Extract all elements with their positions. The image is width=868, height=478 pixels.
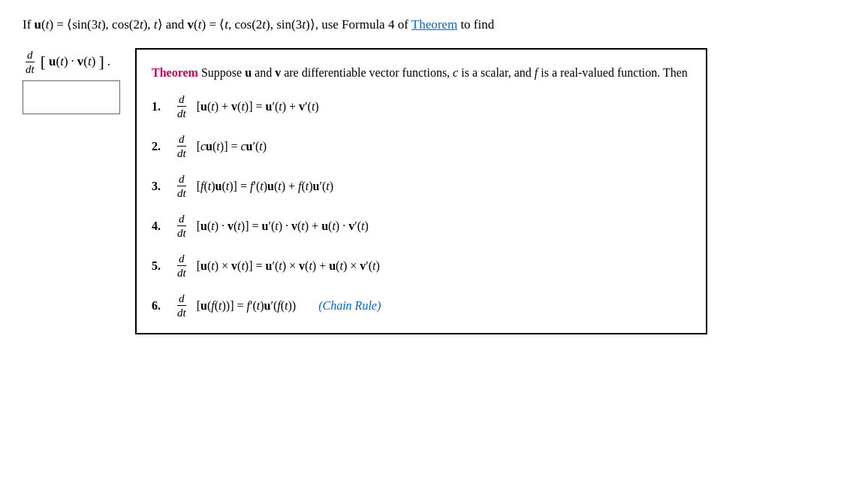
- theorem-title: Theorem: [152, 66, 198, 79]
- item-num-1: 1.: [152, 97, 167, 116]
- v-label: v: [188, 17, 194, 32]
- frac-2: d dt: [176, 132, 188, 160]
- frac-4: d dt: [176, 212, 188, 240]
- and-text: and: [166, 17, 185, 32]
- this-theorem-link[interactable]: Theorem: [411, 17, 457, 32]
- to-find: to find: [460, 17, 494, 32]
- formula-4: [u(t) · v(t)] = u′(t) · v(t) + u(t) · v′…: [197, 216, 369, 236]
- formula-5: [u(t) × v(t)] = u′(t) × v(t) + u(t) × v′…: [197, 256, 380, 276]
- theorem-item-6: 6. d dt [u(f(t))] = f′(t)u′(f(t)) (Chain…: [152, 292, 688, 319]
- theorem-box: Theorem Suppose u and v are differentiab…: [135, 48, 707, 335]
- theorem-item-1: 1. d dt [u(t) + v(t)] = u′(t) + v′(t): [152, 92, 688, 120]
- answer-left: d dt [ u(t) · v(t) ] .: [23, 48, 120, 114]
- frac-3: d dt: [176, 172, 188, 200]
- frac-1: d dt: [176, 92, 188, 120]
- u-def4: ),: [143, 17, 154, 32]
- period: .: [107, 54, 110, 69]
- item-num-5: 5.: [152, 256, 167, 276]
- v-def3: , cos(2: [228, 17, 262, 32]
- left-bracket: [: [41, 52, 46, 71]
- ut-label: u(t): [49, 54, 68, 69]
- frac-6: d dt: [176, 292, 188, 319]
- u-close: ⟩: [158, 17, 166, 32]
- theorem-items: 1. d dt [u(t) + v(t)] = u′(t) + v′(t) 2.…: [152, 92, 688, 319]
- v-close: )⟩,: [306, 17, 321, 32]
- v-def4: ), sin(3: [266, 17, 302, 32]
- theorem-item-3: 3. d dt [f(t)u(t)] = f′(t)u(t) + f(t)u′(…: [152, 172, 688, 200]
- answer-area: d dt [ u(t) · v(t) ] . Theorem Suppose u…: [23, 48, 845, 335]
- theorem-intro-text: Suppose u and v are differentiable vecto…: [201, 66, 688, 79]
- item-num-6: 6.: [152, 296, 167, 316]
- formula-3: [f(t)u(t)] = f′(t)u(t) + f(t)u′(t): [197, 177, 333, 196]
- theorem-item-2: 2. d dt [cu(t)] = cu′(t): [152, 132, 688, 160]
- u-label: u: [35, 17, 41, 32]
- main-question: If u(t) = ⟨sin(3t), cos(2t), t⟩ and v(t)…: [23, 15, 845, 334]
- formula-2: [cu(t)] = cu′(t): [197, 137, 267, 156]
- item-num-4: 4.: [152, 216, 167, 236]
- theorem-item-5: 5. d dt [u(t) × v(t)] = u′(t) × v(t) + u…: [152, 252, 688, 280]
- formula-1: [u(t) + v(t)] = u′(t) + v′(t): [197, 97, 319, 116]
- v-def2: ) = ⟨: [202, 17, 225, 32]
- if-label: If: [23, 17, 35, 32]
- derivative-label: d dt [ u(t) · v(t) ] .: [23, 48, 110, 76]
- d-denominator: dt: [24, 62, 36, 76]
- frac-5: d dt: [176, 252, 188, 280]
- chain-rule-note: (Chain Rule): [318, 296, 381, 316]
- d-numerator: d: [26, 48, 35, 62]
- d-dt-fraction: d dt: [24, 48, 36, 76]
- right-bracket: ]: [98, 52, 104, 71]
- u-def2: ) = ⟨sin(3: [49, 17, 98, 32]
- theorem-intro: Theorem Suppose u and v are differentiab…: [152, 63, 688, 83]
- theorem-item-4: 4. d dt [u(t) · v(t)] = u′(t) · v(t) + u…: [152, 212, 688, 240]
- formula-6: [u(f(t))] = f′(t)u′(f(t)): [197, 296, 297, 316]
- vt-label: v(t): [77, 54, 96, 69]
- question-line: If u(t) = ⟨sin(3t), cos(2t), t⟩ and v(t)…: [23, 15, 845, 35]
- dot-operator: ·: [71, 54, 74, 69]
- answer-input[interactable]: [23, 80, 120, 114]
- use-formula: use Formula 4 of: [321, 17, 411, 32]
- item-num-3: 3.: [152, 177, 167, 196]
- item-num-2: 2.: [152, 137, 167, 156]
- u-def3: ), cos(2: [101, 17, 140, 32]
